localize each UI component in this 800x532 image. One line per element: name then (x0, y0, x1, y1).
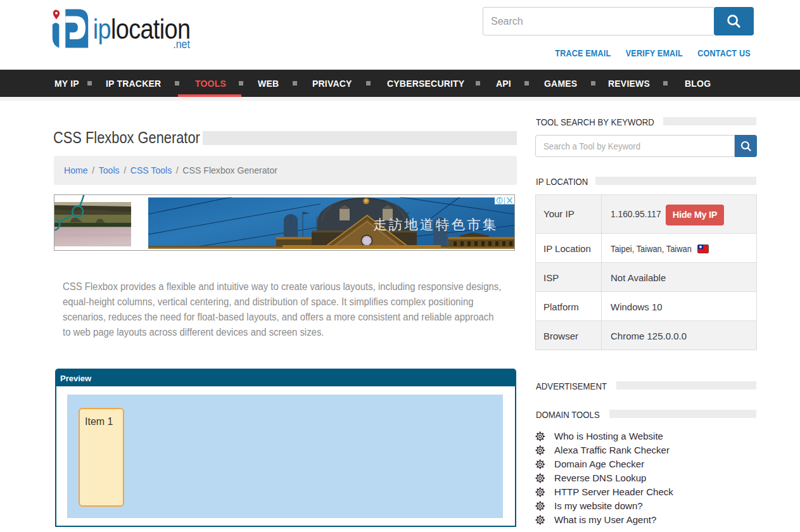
svg-text:.net: .net (173, 37, 190, 51)
svg-text:走訪地道特色市集: 走訪地道特色市集 (373, 217, 498, 232)
